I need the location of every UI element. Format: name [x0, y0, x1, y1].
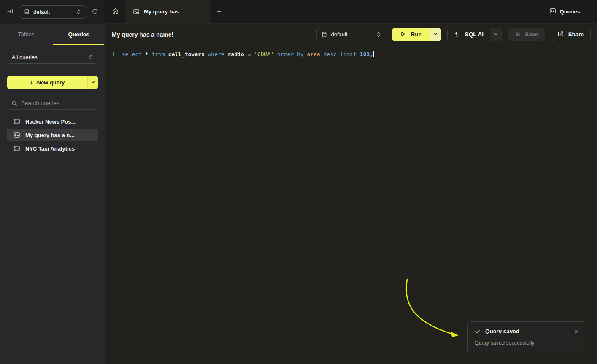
toast-message: Query saved successfully	[475, 340, 579, 346]
run-main[interactable]: Run	[392, 28, 429, 41]
tab-title: My query has ...	[144, 8, 185, 15]
toast-query-saved: Query saved × Query saved successfully	[467, 321, 586, 353]
sql-ai-button[interactable]: SQL AI	[447, 28, 502, 41]
sort-chevrons-icon	[89, 54, 93, 60]
share-icon	[557, 31, 564, 38]
database-icon	[321, 32, 327, 38]
collapse-sidebar-button[interactable]	[6, 7, 14, 17]
query-item-label: NYC Taxi Analytics	[25, 146, 75, 152]
query-list-item[interactable]: NYC Taxi Analytics	[7, 142, 98, 155]
query-list-item-selected[interactable]: My query has a n...	[7, 129, 98, 141]
plus-icon: +	[30, 79, 33, 86]
sql-editor[interactable]: 1 select * from cell_towers where radio …	[105, 45, 597, 364]
home-button[interactable]	[105, 0, 125, 23]
tab-queries[interactable]: Queries	[53, 24, 105, 45]
sql-ai-label: SQL AI	[465, 31, 484, 38]
query-item-label: My query has a n...	[25, 132, 74, 138]
console-icon	[14, 132, 20, 138]
chevron-down-icon	[91, 79, 95, 86]
sql-ai-dropdown[interactable]	[490, 28, 502, 41]
play-icon	[400, 31, 406, 38]
home-icon	[112, 8, 119, 16]
run-label: Run	[411, 31, 421, 38]
top-bar: default My query has ..	[0, 0, 597, 24]
tab-tables[interactable]: Tables	[0, 24, 53, 45]
chevron-down-icon	[494, 31, 498, 38]
topbar-database-select[interactable]: default	[19, 5, 86, 19]
top-bar-left: default	[0, 0, 105, 24]
run-dropdown[interactable]	[430, 28, 441, 41]
tab-queries-label: Queries	[68, 31, 89, 38]
code-line: select * from cell_towers where radio = …	[122, 51, 373, 57]
search-queries-box[interactable]	[7, 97, 98, 110]
console-icon	[133, 8, 140, 15]
new-query-label: New query	[37, 79, 65, 86]
query-item-label: Hacker News Pos...	[25, 119, 76, 125]
share-label: Share	[568, 31, 584, 38]
main-database-select[interactable]: default	[316, 28, 386, 41]
text-caret	[373, 51, 374, 57]
chevron-down-icon	[433, 31, 438, 38]
line-number: 1	[105, 51, 115, 57]
run-button[interactable]: Run	[392, 28, 441, 41]
save-label: Save	[525, 31, 538, 38]
queries-panel-label: Queries	[560, 8, 580, 15]
sort-chevrons-icon	[76, 9, 81, 15]
collapse-sidebar-icon	[7, 8, 14, 16]
search-queries-input[interactable]	[21, 100, 96, 106]
tab-strip: My query has ... + Queries	[105, 0, 597, 24]
toast-close-button[interactable]: ×	[574, 328, 579, 334]
query-list-item[interactable]: Hacker News Pos...	[7, 115, 98, 128]
topbar-database-value: default	[33, 9, 73, 15]
new-tab-button[interactable]: +	[210, 0, 228, 23]
toast-header: Query saved ×	[475, 328, 579, 334]
new-query-main[interactable]: + New query	[7, 76, 87, 89]
save-icon	[515, 31, 521, 38]
tab-tables-label: Tables	[18, 31, 35, 38]
save-button[interactable]: Save	[508, 28, 545, 41]
query-list: Hacker News Pos... My query has a n... N…	[7, 115, 98, 155]
refresh-icon	[92, 8, 98, 16]
sql-ai-main[interactable]: SQL AI	[448, 28, 490, 41]
query-filter-select[interactable]: All queries	[7, 51, 98, 64]
new-query-dropdown[interactable]	[87, 76, 98, 89]
console-icon	[14, 118, 20, 125]
sparkles-icon	[454, 31, 461, 38]
main-panel: My query has a name! default	[105, 24, 597, 364]
main-database-value: default	[331, 31, 373, 38]
sidebar: Tables Queries All queries + New query	[0, 24, 105, 364]
toast-title: Query saved	[485, 328, 570, 334]
query-header: My query has a name! default	[105, 24, 597, 45]
query-filter-value: All queries	[12, 54, 85, 60]
share-button[interactable]: Share	[551, 28, 591, 41]
close-icon: ×	[575, 328, 578, 335]
console-icon	[14, 145, 20, 152]
body: Tables Queries All queries + New query	[0, 24, 597, 364]
sidebar-content: All queries + New query	[0, 45, 105, 160]
sidebar-tabs: Tables Queries	[0, 24, 105, 45]
queries-panel-toggle[interactable]: Queries	[549, 0, 597, 23]
refresh-button[interactable]	[91, 7, 99, 17]
console-icon	[549, 8, 556, 16]
tab-my-query[interactable]: My query has ...	[125, 0, 210, 23]
app-window: default My query has ..	[0, 0, 597, 364]
query-title[interactable]: My query has a name!	[112, 31, 173, 38]
plus-icon: +	[217, 8, 221, 16]
new-query-button[interactable]: + New query	[7, 76, 98, 89]
search-icon	[11, 100, 17, 106]
database-icon	[24, 9, 30, 15]
check-icon	[475, 328, 481, 334]
code-line-1[interactable]: 1 select * from cell_towers where radio …	[105, 50, 597, 59]
sort-chevrons-icon	[376, 32, 381, 38]
